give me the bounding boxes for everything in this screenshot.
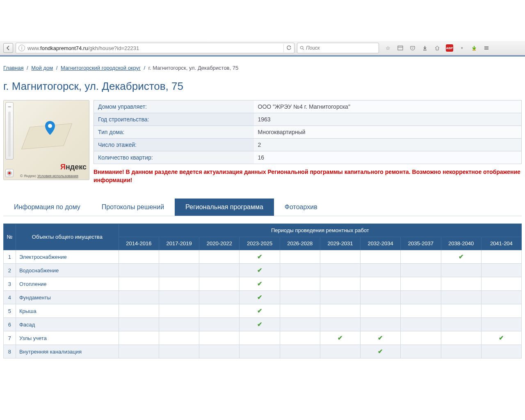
cell-period: [280, 250, 320, 264]
cell-period: [361, 264, 401, 277]
breadcrumb-home[interactable]: Главная: [3, 65, 23, 71]
cell-period: [361, 318, 401, 331]
tab-program[interactable]: Региональная программа: [175, 199, 274, 216]
info-value: Многоквартирный: [254, 126, 522, 139]
map-zoom-control[interactable]: −: [5, 102, 14, 160]
pocket-icon[interactable]: [409, 44, 417, 52]
cell-object: Водоснабжение: [16, 264, 119, 277]
cell-period: [481, 277, 521, 291]
check-icon: ✔: [499, 334, 504, 341]
check-icon: ✔: [459, 253, 464, 260]
col-period: 2023-2025: [240, 237, 280, 250]
cell-period: [481, 304, 521, 318]
abp-icon[interactable]: ABP: [445, 44, 454, 52]
cell-object: Крыша: [16, 304, 119, 318]
cell-period: [320, 277, 360, 291]
star-icon[interactable]: ☆: [384, 44, 392, 52]
reload-button[interactable]: [283, 44, 292, 52]
info-row: Год строительства:1963: [94, 113, 522, 126]
table-row: 2Водоснабжение✔: [4, 264, 522, 277]
cell-period: ✔: [240, 250, 280, 264]
cell-period: [320, 291, 360, 304]
search-bar[interactable]: [297, 43, 379, 53]
cell-period: [119, 250, 159, 264]
breadcrumb-district[interactable]: Магнитогорский городской округ: [61, 65, 141, 71]
map-terms-link[interactable]: Условия использования: [37, 174, 78, 178]
cell-period: [401, 277, 441, 291]
cell-object: Узлы учета: [16, 331, 119, 345]
cell-period: [280, 304, 320, 318]
tab-protocols[interactable]: Протоколы решений: [91, 199, 175, 216]
cell-period: [199, 331, 240, 345]
table-row: 4Фундаменты✔: [4, 291, 522, 304]
svg-point-0: [300, 46, 303, 49]
check-icon: ✔: [338, 334, 343, 341]
cell-period: [320, 304, 360, 318]
cell-period: [159, 277, 199, 291]
cell-period: [361, 250, 401, 264]
cell-period: [361, 277, 401, 291]
cell-period: [119, 264, 159, 277]
cell-period: [280, 318, 320, 331]
search-input[interactable]: [306, 45, 376, 51]
cell-period: [280, 277, 320, 291]
home-icon[interactable]: [433, 44, 441, 52]
cell-period: [361, 304, 401, 318]
zoom-minus-icon[interactable]: −: [6, 103, 13, 110]
tab-info[interactable]: Информация по дому: [3, 199, 91, 216]
cell-period: [401, 345, 441, 358]
cell-period: ✔: [481, 331, 521, 345]
col-period: 2041-204: [481, 237, 521, 250]
site-info-icon[interactable]: i: [18, 45, 25, 51]
cell-period: [401, 250, 441, 264]
cell-object: Внутренняя канализация: [16, 345, 119, 358]
menu-icon[interactable]: [482, 44, 491, 52]
svg-rect-2: [398, 46, 403, 50]
info-row: Домом управляет:ООО "ЖРЭУ №4 г. Магнитог…: [94, 100, 522, 113]
map-locate-icon[interactable]: [5, 169, 14, 177]
cell-period: [441, 304, 481, 318]
cell-period: ✔: [320, 331, 360, 345]
map-pin-icon[interactable]: [45, 121, 55, 136]
download-green-icon[interactable]: [470, 44, 478, 52]
check-icon: ✔: [378, 334, 383, 341]
check-icon: ✔: [257, 321, 262, 328]
cell-period: [401, 331, 441, 345]
cell-period: [481, 318, 521, 331]
cell-period: ✔: [361, 345, 401, 358]
library-icon[interactable]: [396, 44, 404, 52]
yandex-logo: Яндекс: [60, 163, 87, 171]
cell-period: [119, 304, 159, 318]
back-button[interactable]: [3, 43, 13, 53]
breadcrumb-my-house[interactable]: Мой дом: [31, 65, 53, 71]
tab-photos[interactable]: Фотоархив: [274, 199, 328, 216]
download-icon[interactable]: [421, 44, 429, 52]
dropdown-icon[interactable]: ▾: [458, 44, 466, 52]
address-bar[interactable]: i www.fondkapremont74.ru/gkh/house?id=22…: [16, 43, 294, 53]
cell-period: [119, 291, 159, 304]
page-title: г. Магнитогорск, ул. Декабристов, 75: [3, 80, 522, 93]
col-periods-group: Периоды проведения ремонтных работ: [119, 224, 521, 237]
cell-period: [441, 277, 481, 291]
svg-point-9: [48, 124, 52, 128]
breadcrumb-current: г. Магнитогорск, ул. Декабристов, 75: [148, 65, 238, 71]
cell-period: [441, 331, 481, 345]
map-widget[interactable]: − Яндекс © Яндекс Условия использования: [3, 100, 89, 180]
cell-period: [401, 318, 441, 331]
table-row: 7Узлы учета✔✔✔: [4, 331, 522, 345]
cell-period: [119, 345, 159, 358]
cell-period: [481, 264, 521, 277]
cell-period: ✔: [361, 331, 401, 345]
cell-period: [159, 291, 199, 304]
cell-period: [199, 304, 240, 318]
schedule-table: №Объекты общего имуществаПериоды проведе…: [3, 224, 522, 358]
cell-period: [199, 277, 240, 291]
cell-period: ✔: [240, 291, 280, 304]
cell-object: Электроснабжение: [16, 250, 119, 264]
browser-toolbar: i www.fondkapremont74.ru/gkh/house?id=22…: [0, 41, 525, 55]
tabs-bar: Информация по дому Протоколы решений Рег…: [3, 199, 522, 216]
cell-period: [481, 250, 521, 264]
cell-period: [159, 264, 199, 277]
cell-period: [280, 264, 320, 277]
cell-period: [361, 291, 401, 304]
